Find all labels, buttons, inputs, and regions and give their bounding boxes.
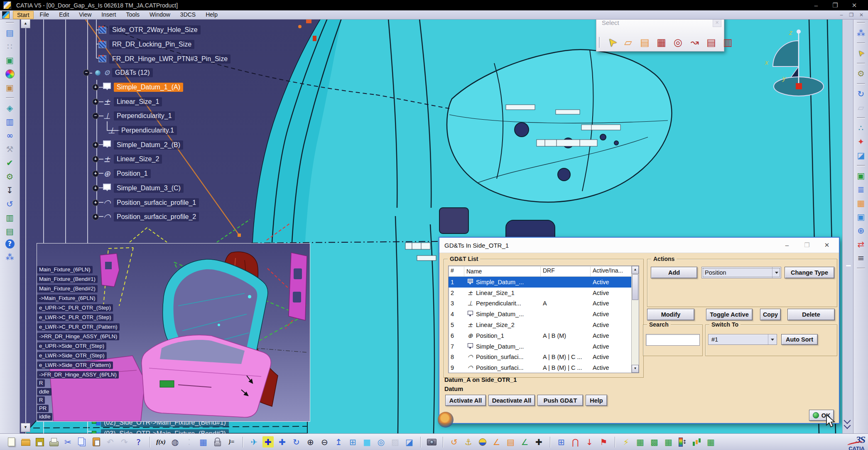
table-cell[interactable]: ±Linear_Size_2 (464, 321, 541, 329)
push-gdt-button[interactable]: Push GD&T (537, 395, 583, 406)
column-header-name[interactable]: Name (464, 266, 541, 276)
bottom-toolbar[interactable]: 3S CATIA ✂↶↷?f(x)◍⁚▦}=✈✚✚↻⊕⊖↥⊞■◎▨◪↺⚓∠▤∠✚… (0, 433, 868, 450)
tree-item[interactable]: +Simple_Datum_1_(A) (83, 80, 199, 95)
color-dots-icon[interactable]: ∴ (856, 122, 867, 133)
sketch-plane-icon[interactable]: ◪ (856, 150, 867, 161)
table-cell[interactable]: Simple_Datum_... (464, 278, 541, 286)
image-capture-icon[interactable]: ▣ (4, 54, 15, 66)
sim-grid-3-icon[interactable]: ▦ (663, 436, 674, 448)
table-cell[interactable]: ◠Position_surfaci... (464, 353, 541, 361)
table-cell[interactable]: Active (591, 311, 625, 317)
dots-disabled-icon[interactable]: ⁚ (184, 436, 195, 448)
table-cell[interactable]: Simple_Datum_... (464, 310, 541, 318)
modify-button[interactable]: Modify (647, 309, 694, 320)
green-book-icon[interactable]: ▥ (4, 212, 15, 223)
design-table-icon[interactable]: ▦ (198, 436, 209, 448)
menu-help[interactable]: Help (202, 11, 221, 19)
gdt-table-row[interactable]: 3⊥Perpendicularit...AActive (449, 298, 639, 309)
close-icon[interactable]: ✕ (856, 12, 866, 18)
scrollbar-handle[interactable] (846, 265, 851, 266)
close-icon[interactable]: ✕ (845, 2, 864, 9)
deactivate-all-button[interactable]: Deactivate All (488, 395, 535, 406)
help-button[interactable]: Help (586, 395, 607, 406)
table-cell[interactable]: 4 (449, 311, 464, 317)
folder-select-b-icon[interactable]: ▥ (721, 36, 734, 49)
tree-item-label[interactable]: FR_DR_Hinge_LWR_PTN#3_Pin_Size (109, 54, 230, 64)
gdt-table-row[interactable]: 8◠Position_surfaci...A | B (M) | C ...Ac… (449, 352, 639, 363)
gdt-table-row[interactable]: 5±Linear_Size_2Active (449, 320, 639, 330)
pin-plane-icon[interactable]: ✦ (856, 136, 867, 147)
customize-tools-icon[interactable]: ⚒ (4, 143, 15, 155)
table-cell[interactable]: Active (591, 322, 625, 328)
kinematics-boxes-icon[interactable]: ▣ (856, 211, 867, 222)
table-cell[interactable]: A (541, 300, 591, 307)
table-cell[interactable]: 2 (449, 290, 464, 296)
table-cell[interactable]: Active (591, 290, 625, 296)
cut-icon[interactable]: ✂ (62, 436, 74, 448)
anchor-icon[interactable]: ⚓ (463, 436, 474, 448)
new-document-icon[interactable] (6, 436, 17, 448)
toolbar-grip[interactable] (599, 37, 600, 48)
menubar[interactable]: StartFileEditViewInsertToolsWindow3DCSHe… (0, 10, 868, 20)
selection-catalog-icon[interactable]: ▤ (638, 36, 651, 49)
update-refresh-icon[interactable]: ↻ (856, 88, 867, 99)
camera-icon[interactable] (426, 436, 437, 448)
menu-view[interactable]: View (75, 11, 95, 19)
fit-all-icon[interactable]: ✚ (262, 436, 274, 448)
table-cell[interactable]: 3 (449, 300, 464, 307)
tree-item[interactable]: +±Linear_Size_2 (83, 152, 199, 167)
selection-trap-icon[interactable]: ▱ (622, 36, 635, 49)
menu-edit[interactable]: Edit (55, 11, 73, 19)
gdt-table-row[interactable]: 7Simple_Datum_...Active (449, 341, 639, 352)
tree-item[interactable]: +Simple_Datum_3_(C) (83, 181, 199, 196)
zoom-in-icon[interactable]: ⊕ (305, 436, 316, 448)
table-cell[interactable]: A | B (M) | C ... (541, 364, 591, 371)
catalog-browser-icon[interactable]: ▥ (4, 116, 15, 127)
tree-scroll-up-button[interactable]: ▲ (21, 19, 30, 28)
render-style-icon[interactable]: ◎ (375, 436, 387, 448)
table-cell[interactable]: Active (591, 364, 625, 371)
tree-item-label[interactable]: Simple_Datum_2_(B) (114, 140, 183, 150)
move-axes-icon[interactable]: ✚ (533, 436, 544, 448)
sim-grid-2-icon[interactable]: ▩ (649, 436, 660, 448)
check-analysis-icon[interactable]: ✔ (4, 157, 15, 168)
type-dropdown[interactable]: Position (701, 267, 781, 278)
sim-grid-1-icon[interactable]: ▦ (635, 436, 646, 448)
minimize-icon[interactable]: – (781, 241, 793, 249)
tree-item-label[interactable]: Position_surfacic_profile_2 (114, 212, 199, 221)
collapse-icon[interactable]: − (92, 113, 99, 119)
select-cursor-icon[interactable] (856, 47, 867, 59)
switch-to-dropdown[interactable]: #1 (708, 334, 777, 345)
table-cell[interactable]: Active (591, 354, 625, 360)
sliders-icon[interactable]: ≡ (856, 252, 867, 263)
tree-item-label[interactable]: Position_1 (114, 169, 151, 178)
tree-item[interactable]: −⚙GD&Ts (12) (83, 66, 199, 80)
quick-view-icon[interactable]: ⊞ (347, 436, 358, 448)
film-dimension-icon[interactable]: ▤ (505, 436, 516, 448)
expand-icon[interactable]: + (92, 84, 99, 91)
knowledge-globe-icon[interactable]: ◍ (169, 436, 181, 448)
print-icon[interactable] (48, 436, 59, 448)
right-scroll-strip[interactable] (842, 19, 853, 433)
formula-fx-icon[interactable]: f(x) (155, 436, 167, 448)
expand-icon[interactable]: + (92, 98, 99, 105)
tree-item[interactable]: +⊕Position_1 (83, 167, 199, 181)
pan-icon[interactable]: ✚ (277, 436, 288, 448)
flag-icon[interactable]: ⚑ (598, 436, 609, 448)
table-cell[interactable]: Active (591, 300, 625, 307)
menu-file[interactable]: File (36, 11, 53, 19)
search-input[interactable] (646, 334, 700, 346)
spline-trap-select-icon[interactable]: ↝ (688, 36, 701, 49)
table-cell[interactable]: ±Linear_Size_1 (464, 289, 541, 297)
history-save-icon[interactable]: ↺ (4, 198, 15, 209)
dcs-rotate-icon[interactable]: ↺ (449, 436, 460, 448)
table-cell[interactable]: A | B (M) | C ... (541, 354, 591, 360)
open-folder-icon[interactable] (20, 436, 31, 448)
gdt-table[interactable]: # Name DRF Active/Ina... 1Simple_Datum_.… (448, 266, 639, 373)
menu-start[interactable]: Start (13, 11, 34, 19)
copy-button[interactable]: Copy (760, 309, 781, 320)
gdt-table-row[interactable]: 4Simple_Datum_...Active (449, 309, 639, 320)
expand-icon[interactable]: + (92, 185, 99, 192)
table-cell[interactable]: 8 (449, 354, 464, 360)
activate-all-button[interactable]: Activate All (445, 395, 486, 406)
